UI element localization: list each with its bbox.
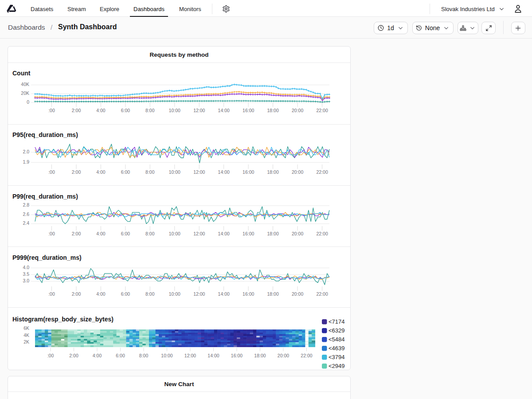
svg-text:<3794: <3794 [329, 354, 345, 360]
svg-text::00: :00 [48, 231, 55, 236]
svg-text:2.8: 2.8 [23, 202, 29, 207]
svg-text:10:00: 10:00 [161, 353, 172, 358]
svg-text:<5484: <5484 [329, 336, 345, 343]
svg-text:22:00: 22:00 [316, 231, 328, 236]
svg-text:16:00: 16:00 [243, 108, 254, 113]
svg-text:2:00: 2:00 [72, 108, 81, 113]
svg-text:22:00: 22:00 [301, 353, 312, 358]
svg-text:20:00: 20:00 [292, 291, 303, 297]
svg-text:8:00: 8:00 [139, 353, 149, 358]
svg-text:10:00: 10:00 [169, 108, 180, 113]
svg-text:14:00: 14:00 [218, 231, 230, 236]
svg-text:18:00: 18:00 [267, 108, 278, 113]
svg-text:22:00: 22:00 [316, 169, 328, 175]
svg-text:4K: 4K [23, 332, 29, 338]
svg-text:<6329: <6329 [329, 327, 345, 334]
svg-text::00: :00 [47, 353, 54, 358]
svg-text:<7174: <7174 [329, 318, 345, 325]
svg-text:18:00: 18:00 [267, 291, 278, 297]
svg-text:2.4: 2.4 [23, 220, 29, 226]
svg-text:2.6: 2.6 [23, 211, 29, 217]
svg-text:20:00: 20:00 [292, 231, 303, 236]
svg-text:2:00: 2:00 [72, 291, 81, 297]
svg-text:20K: 20K [21, 90, 29, 96]
svg-text::00: :00 [48, 108, 55, 113]
svg-text:2.0: 2.0 [23, 149, 29, 154]
svg-text:14:00: 14:00 [207, 353, 219, 358]
svg-text:6K: 6K [23, 325, 29, 331]
svg-text:10:00: 10:00 [169, 291, 180, 297]
svg-text:22:00: 22:00 [316, 108, 328, 113]
svg-text:6:00: 6:00 [121, 169, 130, 175]
svg-text:2:00: 2:00 [72, 169, 81, 175]
svg-text:22:00: 22:00 [316, 291, 328, 297]
svg-text:4:00: 4:00 [96, 291, 106, 297]
svg-text:8:00: 8:00 [145, 291, 155, 297]
svg-text:18:00: 18:00 [267, 169, 278, 175]
svg-text::00: :00 [48, 291, 55, 297]
svg-text:16:00: 16:00 [243, 169, 254, 175]
svg-text:20:00: 20:00 [278, 353, 289, 358]
svg-text:14:00: 14:00 [218, 291, 230, 297]
svg-text:3.5: 3.5 [23, 271, 29, 277]
svg-text:4:00: 4:00 [93, 353, 102, 358]
svg-text:4:00: 4:00 [96, 108, 106, 113]
svg-text:8:00: 8:00 [145, 108, 155, 113]
svg-text:20:00: 20:00 [292, 108, 303, 113]
svg-text:14:00: 14:00 [218, 108, 230, 113]
svg-text:4:00: 4:00 [96, 231, 106, 236]
svg-text:14:00: 14:00 [218, 169, 230, 175]
svg-text::00: :00 [48, 169, 55, 175]
svg-text:12:00: 12:00 [193, 231, 205, 236]
svg-text:0: 0 [27, 99, 29, 105]
svg-text:12:00: 12:00 [193, 169, 205, 175]
svg-text:6:00: 6:00 [116, 353, 125, 358]
svg-text:12:00: 12:00 [184, 353, 196, 358]
svg-text:20:00: 20:00 [292, 169, 303, 175]
svg-text:12:00: 12:00 [193, 108, 205, 113]
svg-text:40K: 40K [21, 82, 29, 87]
svg-text:<4639: <4639 [329, 345, 345, 352]
svg-text:12:00: 12:00 [193, 291, 205, 297]
svg-text:10:00: 10:00 [169, 169, 180, 175]
svg-text:6:00: 6:00 [121, 231, 130, 236]
svg-text:16:00: 16:00 [231, 353, 243, 358]
svg-text:6:00: 6:00 [121, 108, 130, 113]
svg-text:16:00: 16:00 [243, 231, 254, 236]
svg-text:8:00: 8:00 [145, 231, 155, 236]
svg-text:3.0: 3.0 [23, 278, 29, 283]
svg-text:2:00: 2:00 [69, 353, 78, 358]
svg-text:4:00: 4:00 [96, 169, 106, 175]
svg-text:4.0: 4.0 [23, 265, 29, 270]
svg-text:2:00: 2:00 [72, 231, 81, 236]
svg-text:<2949: <2949 [329, 363, 345, 369]
svg-text:18:00: 18:00 [267, 231, 278, 236]
svg-text:18:00: 18:00 [254, 353, 266, 358]
svg-text:2K: 2K [23, 339, 29, 344]
svg-text:6:00: 6:00 [121, 291, 130, 297]
svg-text:8:00: 8:00 [145, 169, 155, 175]
svg-text:16:00: 16:00 [243, 291, 254, 297]
svg-text:10:00: 10:00 [169, 231, 180, 236]
svg-text:1.9: 1.9 [23, 159, 29, 164]
